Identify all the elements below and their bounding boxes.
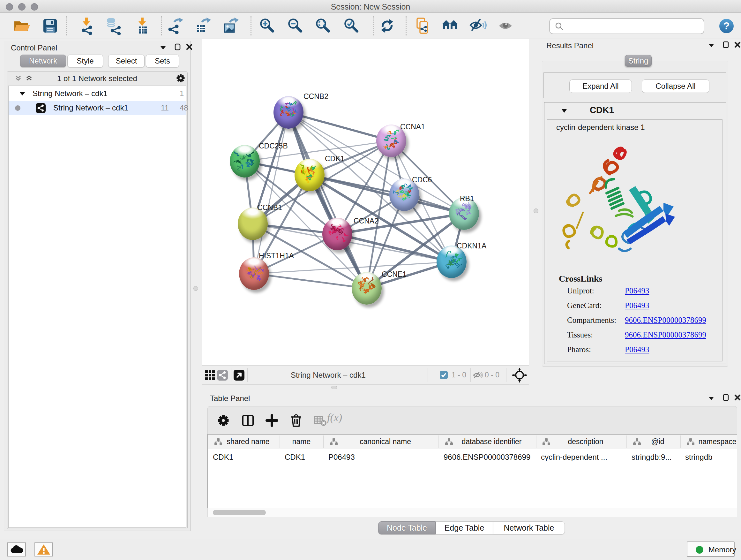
import-network-from-file-icon[interactable] [77,17,95,35]
cloud-button[interactable] [7,543,26,557]
open-session-icon[interactable] [13,17,30,35]
node-CDKN1A[interactable] [436,246,467,278]
navbar-separator [428,368,428,382]
results-panel-menu-icon[interactable] [707,41,716,50]
zoom-fit-icon[interactable] [314,17,332,35]
column-separator[interactable] [280,435,280,448]
scrollbar-thumb[interactable] [213,510,266,515]
collapse-all-button[interactable]: Collapse All [642,79,710,93]
network-status-bar: String Network – cdk1 1 - 0 0 - 0 [202,366,529,385]
hide-glass-icon[interactable] [469,17,487,35]
results-panel-close-icon[interactable] [733,41,741,49]
zoom-selected-icon[interactable] [343,17,360,35]
copy-network-icon[interactable] [413,17,431,35]
fit-selected-crosshair-icon[interactable] [512,368,527,382]
selected-checkbox[interactable] [440,371,448,379]
delete-column-icon[interactable] [289,414,303,428]
node-CCNB1[interactable] [238,207,268,240]
edge-CCNB2-HIST1H1A[interactable] [254,112,288,273]
column-separator[interactable] [626,435,627,448]
network-options-gear-icon[interactable] [176,73,186,83]
edge-HIST1H1A-CCNE1[interactable] [254,273,367,288]
tab-style[interactable]: Style [67,55,103,67]
import-network-from-database-icon[interactable] [105,17,122,35]
network-collection-row[interactable]: String Network – cdk1 1 [9,86,186,101]
export-table-icon[interactable] [194,17,212,35]
navbar-separator [470,368,471,382]
edge-CDK1-RB1[interactable] [310,175,464,213]
node-CDK1[interactable] [294,159,325,191]
export-network-icon[interactable] [166,17,185,35]
protein-thumbnail [298,164,321,184]
tab-string[interactable]: String [625,55,652,67]
show-columns-icon[interactable] [241,414,255,428]
column-separator[interactable] [680,435,681,448]
column-separator[interactable] [323,435,324,448]
crosslink-link-0[interactable]: P06493 [625,287,649,295]
control-panel-close-icon[interactable] [185,43,193,51]
protein-expander-icon[interactable] [560,107,568,115]
table-header-row[interactable]: shared namenamecanonical namedatabase id… [208,435,737,449]
table-settings-gear-icon[interactable] [216,414,230,428]
table-horizontal-scrollbar[interactable] [207,508,737,517]
expand-all-button[interactable]: Expand All [569,79,632,93]
node-HIST1H1A[interactable] [239,257,269,290]
network-row-selected[interactable]: String Network – cdk1 11 48 [9,101,186,115]
tab-sets[interactable]: Sets [146,55,179,67]
save-session-icon[interactable] [41,17,59,35]
grid-view-icon[interactable] [205,370,215,381]
horizontal-splitter[interactable] [202,385,737,390]
tab-node-table[interactable]: Node Table [378,521,435,535]
cell-1[interactable]: CDK1 [285,453,305,462]
warning-button[interactable] [35,543,53,557]
tab-edge-table[interactable]: Edge Table [435,521,493,535]
crosslink-link-3[interactable]: 9606.ENSP00000378699 [625,330,706,339]
node-CCNE1[interactable] [352,272,382,305]
memory-button[interactable]: Memory [687,542,735,557]
import-table-icon[interactable] [133,17,151,35]
node-CCNB2[interactable] [273,96,304,129]
collection-expander-icon[interactable] [19,90,26,98]
left-splitter-handle[interactable] [193,286,198,291]
results-panel-float-icon[interactable] [722,41,730,49]
table-panel-float-icon[interactable] [722,393,730,401]
cell-6[interactable]: stringdb [685,453,712,462]
cell-5[interactable]: stringdb:9... [631,453,671,462]
cell-2[interactable]: P06493 [328,453,355,462]
column-header-label: description [568,437,603,446]
export-image-icon[interactable] [222,17,240,35]
network-share-view-icon[interactable] [217,369,228,381]
node-CCNA2[interactable] [322,218,352,250]
cell-3[interactable]: 9606.ENSP00000378699 [444,453,530,462]
memory-label: Memory [709,545,736,554]
status-bar: Memory [0,539,741,560]
cell-4[interactable]: cyclin-dependent ... [541,453,607,462]
edge-CCNB2-CCNE1[interactable] [288,112,367,288]
column-separator[interactable] [536,435,536,448]
control-panel-menu-icon[interactable] [159,44,167,52]
protein-section-header[interactable]: CDK1 [544,103,726,119]
search-input[interactable] [549,18,704,34]
cell-0[interactable]: CDK1 [213,453,233,462]
crosslink-link-1[interactable]: P06493 [625,301,649,310]
tab-select[interactable]: Select [108,55,145,67]
birdseye-view-icon[interactable] [233,369,245,381]
show-eye-icon[interactable] [497,17,515,35]
tab-network-table[interactable]: Network Table [493,521,565,535]
string-home-icon[interactable] [441,17,459,35]
control-panel-float-icon[interactable] [174,43,182,51]
tab-network[interactable]: Network [20,55,66,67]
crosslink-link-2[interactable]: 9606.ENSP00000378699 [625,316,706,325]
column-separator[interactable] [439,435,439,448]
zoom-out-icon[interactable] [286,17,305,35]
apply-layout-icon[interactable] [378,17,396,35]
table-panel-menu-icon[interactable] [707,394,716,402]
crosslink-link-4[interactable]: P06493 [625,345,649,354]
zoom-in-icon[interactable] [259,17,276,35]
table-panel-close-icon[interactable] [733,393,741,401]
add-column-icon[interactable] [265,414,279,428]
help-button[interactable]: ? [719,19,734,33]
network-view[interactable]: CCNB2CCNA1CDC25BCDK1CDC6RB1CCNB1CCNA2CDK… [202,39,529,366]
node-CDC25B[interactable] [230,145,260,178]
toolbar-separator [406,16,407,36]
